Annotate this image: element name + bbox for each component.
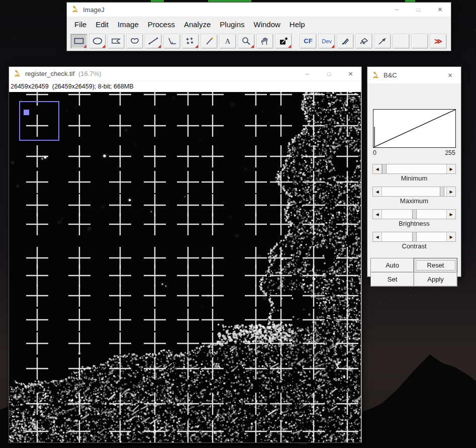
rectangle-dropdown-arrow[interactable] [83, 45, 86, 48]
menu-image[interactable]: Image [113, 20, 143, 29]
image-zoom-label: (16.7%) [78, 70, 102, 77]
image-window-title: register_check.tif [25, 70, 74, 77]
polygon-icon [111, 37, 122, 45]
image-window-title-bar[interactable]: register_check.tif (16.7%) ─□✕ [9, 67, 361, 80]
point-dropdown-arrow[interactable] [195, 45, 198, 48]
tool-dev-menu[interactable]: Dev [318, 34, 335, 49]
imagej-minimize-button[interactable]: ─ [386, 3, 408, 17]
image-window-close-button[interactable]: ✕ [340, 67, 361, 80]
menu-plugins[interactable]: Plugins [215, 20, 249, 29]
imagej-title-bar[interactable]: ImageJ ─□✕ [67, 3, 451, 17]
bc-window-close-button[interactable]: ✕ [439, 67, 461, 83]
lut-ramp-plot [373, 109, 456, 148]
angle-icon [166, 37, 177, 45]
image-canvas-area [9, 92, 361, 442]
brightness-label: Brightness [367, 220, 461, 227]
contrast-right-arrow-icon[interactable]: ▶ [446, 232, 455, 241]
tool-fill[interactable] [355, 34, 372, 49]
tool-angle[interactable] [163, 34, 180, 49]
auto-button[interactable]: Auto [370, 258, 414, 273]
contrast-slider-thumb[interactable] [412, 232, 417, 241]
fill-icon [358, 37, 369, 45]
more-tools-label: ≫ [434, 37, 442, 46]
image-canvas[interactable] [9, 92, 361, 442]
bc-window: B&C ✕ 0 255 ◀▶Minimum◀▶Maximum◀▶Brightne… [367, 67, 461, 277]
imagej-maximize-button[interactable]: □ [408, 3, 429, 17]
tool-brush[interactable] [337, 34, 354, 49]
tool-arrow[interactable] [374, 34, 391, 49]
imagej-close-button[interactable]: ✕ [429, 3, 451, 17]
contrast-scrollbar[interactable]: ◀▶ [372, 232, 456, 242]
dev-menu-dropdown-arrow[interactable] [331, 45, 334, 48]
hand-icon [259, 37, 270, 45]
apply-button[interactable]: Apply [414, 272, 457, 287]
command-finder-label: CF [304, 37, 312, 45]
image-window-minimize-button[interactable]: ─ [297, 67, 318, 80]
maximum-right-arrow-icon[interactable]: ▶ [446, 187, 455, 196]
maximum-slider-track[interactable] [382, 187, 446, 196]
menu-process[interactable]: Process [143, 20, 179, 29]
minimum-scrollbar[interactable]: ◀▶ [372, 164, 456, 174]
tool-blank-2[interactable] [411, 34, 428, 49]
minimum-slider-track[interactable] [382, 164, 446, 173]
tool-point[interactable] [182, 34, 199, 49]
freehand-icon [129, 37, 140, 45]
contrast-left-arrow-icon[interactable]: ◀ [373, 232, 382, 241]
roi-selection-rectangle[interactable] [19, 101, 59, 141]
minimum-slider-thumb[interactable] [382, 164, 387, 173]
imagej-logo-icon [71, 5, 79, 14]
minimum-left-arrow-icon[interactable]: ◀ [373, 164, 382, 173]
menu-analyze[interactable]: Analyze [179, 20, 215, 29]
roi-marker-square [24, 110, 29, 115]
tool-text[interactable]: A [219, 34, 236, 49]
brightness-scrollbar[interactable]: ◀▶ [372, 209, 456, 219]
image-window: register_check.tif (16.7%) ─□✕ 26459x264… [9, 67, 361, 442]
tool-more-tools[interactable]: ≫ [430, 34, 447, 49]
rectangle-icon [73, 37, 84, 45]
svg-text:A: A [225, 37, 231, 45]
tool-polygon[interactable] [108, 34, 125, 49]
color-picker-icon [278, 37, 289, 45]
color-picker-dropdown-arrow[interactable] [288, 45, 291, 48]
maximum-left-arrow-icon[interactable]: ◀ [373, 187, 382, 196]
brightness-right-arrow-icon[interactable]: ▶ [446, 210, 455, 219]
tool-command-finder[interactable]: CF [300, 34, 317, 49]
reset-button[interactable]: Reset [414, 258, 457, 273]
tool-oval[interactable] [89, 34, 106, 49]
ramp-min-value: 0 [373, 149, 376, 156]
menu-help[interactable]: Help [285, 20, 310, 29]
menu-edit[interactable]: Edit [91, 20, 113, 29]
bc-title-bar[interactable]: B&C ✕ [367, 67, 461, 83]
menu-window[interactable]: Window [249, 20, 285, 29]
magnifier-dropdown-arrow[interactable] [251, 45, 254, 48]
tool-color-picker[interactable] [275, 34, 292, 49]
tool-wand[interactable] [201, 34, 218, 49]
tool-freehand[interactable] [126, 34, 143, 49]
arrow-icon [377, 37, 388, 45]
maximum-scrollbar[interactable]: ◀▶ [372, 187, 456, 197]
lut-diagonal-line [373, 110, 455, 147]
text-icon: A [222, 37, 233, 45]
minimum-right-arrow-icon[interactable]: ▶ [446, 164, 455, 173]
brightness-left-arrow-icon[interactable]: ◀ [373, 210, 382, 219]
brightness-slider-thumb[interactable] [412, 210, 417, 219]
tool-magnifier[interactable] [238, 34, 255, 49]
tool-blank-1[interactable] [393, 34, 410, 49]
tool-rectangle[interactable] [70, 34, 87, 49]
set-button[interactable]: Set [370, 272, 414, 287]
oval-dropdown-arrow[interactable] [102, 45, 105, 48]
line-dropdown-arrow[interactable] [158, 45, 161, 48]
oval-icon [92, 37, 103, 45]
imagej-menu-bar: FileEditImageProcessAnalyzePluginsWindow… [67, 17, 451, 31]
point-icon [185, 37, 196, 45]
contrast-slider-track[interactable] [382, 232, 446, 241]
dev-menu-label: Dev [322, 38, 332, 44]
minimum-label: Minimum [367, 174, 461, 182]
magnifier-icon [241, 37, 252, 45]
tool-hand[interactable] [256, 34, 273, 49]
image-window-maximize-button[interactable]: □ [318, 67, 340, 80]
menu-file[interactable]: File [70, 20, 91, 29]
brightness-slider-track[interactable] [382, 210, 446, 219]
maximum-slider-thumb[interactable] [440, 187, 444, 196]
tool-line[interactable] [145, 34, 162, 49]
